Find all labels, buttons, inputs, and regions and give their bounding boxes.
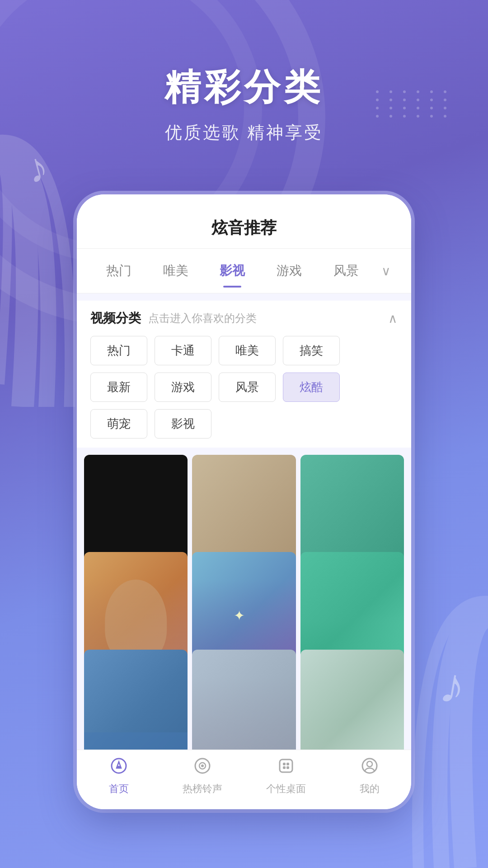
svg-rect-8	[286, 763, 289, 765]
tab-beauty[interactable]: 唯美	[147, 258, 204, 284]
nav-desktop[interactable]: 个性桌面	[244, 757, 328, 796]
music-note-left-icon: ♪	[21, 143, 53, 193]
music-note-right-icon: ♪	[436, 655, 470, 716]
nav-profile-label: 我的	[360, 782, 380, 796]
app-header: 炫音推荐	[77, 194, 411, 249]
tabs-bar: 热门 唯美 影视 游戏 风景 ∨	[77, 249, 411, 293]
tab-game[interactable]: 游戏	[261, 258, 318, 284]
category-title: 视频分类	[90, 310, 141, 327]
category-tags: 热门 卡通 唯美 搞笑 最新 游戏 风景 炫酷 萌宠 影视	[90, 336, 398, 439]
nav-profile-icon	[361, 757, 378, 778]
video-thumb-8[interactable]	[192, 650, 296, 750]
category-header: 视频分类 点击进入你喜欢的分类 ∧	[90, 310, 398, 327]
page-title: 精彩分类	[0, 63, 488, 112]
tag-pet[interactable]: 萌宠	[90, 409, 147, 439]
svg-rect-7	[283, 763, 286, 765]
svg-rect-9	[283, 766, 286, 769]
tab-more-icon[interactable]: ∨	[375, 259, 398, 283]
bottom-nav: 首页 热榜铃声	[77, 750, 411, 809]
video-thumb-7[interactable]	[84, 650, 188, 750]
tag-funny[interactable]: 搞笑	[283, 336, 340, 365]
nav-desktop-label: 个性桌面	[266, 782, 306, 796]
tag-hot[interactable]: 热门	[90, 336, 147, 365]
nav-ringtone-icon	[194, 757, 211, 778]
page-header: 精彩分类 优质选歌 精神享受	[0, 0, 488, 144]
video-thumb-9[interactable]	[300, 650, 404, 750]
nav-ringtone-label: 热榜铃声	[183, 782, 222, 796]
tag-latest[interactable]: 最新	[90, 373, 147, 402]
svg-point-12	[367, 761, 372, 767]
tag-beauty[interactable]: 唯美	[219, 336, 276, 365]
nav-home[interactable]: 首页	[77, 757, 160, 796]
svg-rect-10	[286, 766, 289, 769]
nav-ringtone[interactable]: 热榜铃声	[160, 757, 244, 796]
tag-game[interactable]: 游戏	[155, 373, 211, 402]
nav-home-icon	[110, 757, 127, 778]
category-collapse-icon[interactable]: ∧	[388, 311, 398, 326]
tag-film[interactable]: 影视	[155, 409, 211, 439]
category-hint: 点击进入你喜欢的分类	[148, 311, 257, 326]
nav-home-label: 首页	[109, 782, 129, 796]
svg-point-5	[201, 764, 204, 767]
app-title: 炫音推荐	[95, 217, 393, 239]
tab-scenery[interactable]: 风景	[318, 258, 375, 284]
video-grid: 你的大眼睛 ✦	[77, 448, 411, 750]
phone-mockup: 炫音推荐 热门 唯美 影视 游戏 风景 ∨ 视频分类 点击进入你喜欢的分类 ∧ …	[77, 194, 411, 809]
nav-desktop-icon	[277, 757, 295, 778]
category-section: 视频分类 点击进入你喜欢的分类 ∧ 热门 卡通 唯美 搞笑 最新 游戏 风景 炫…	[77, 301, 411, 448]
tag-scenery[interactable]: 风景	[219, 373, 276, 402]
nav-profile[interactable]: 我的	[328, 757, 411, 796]
phone-content: 炫音推荐 热门 唯美 影视 游戏 风景 ∨ 视频分类 点击进入你喜欢的分类 ∧ …	[77, 194, 411, 809]
page-subtitle: 优质选歌 精神享受	[0, 121, 488, 144]
tag-cartoon[interactable]: 卡通	[155, 336, 211, 365]
tab-film[interactable]: 影视	[204, 258, 261, 284]
svg-rect-6	[280, 760, 292, 772]
tab-hot[interactable]: 热门	[90, 258, 147, 284]
tag-cool[interactable]: 炫酷	[283, 373, 340, 402]
svg-point-2	[117, 766, 120, 769]
